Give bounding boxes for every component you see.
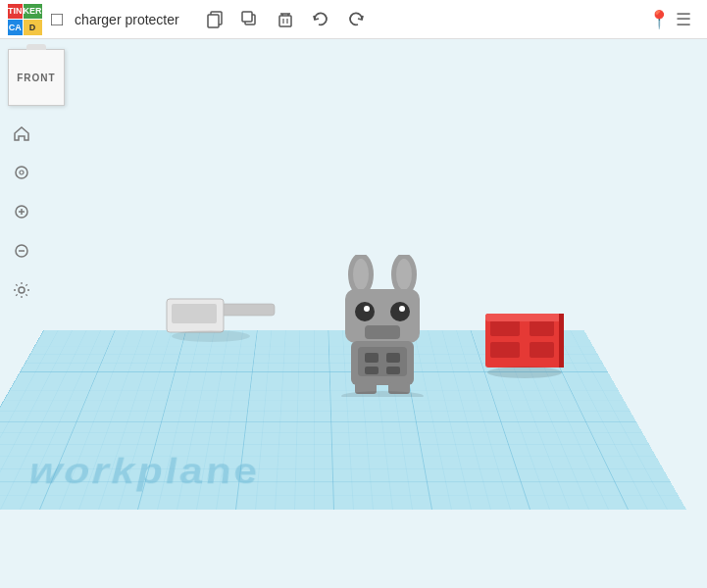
header: TIN KER CA D □ charger protecter: [0, 0, 707, 39]
svg-rect-3: [242, 12, 252, 22]
sidebar: FRONT: [0, 39, 43, 588]
project-title[interactable]: charger protecter: [75, 12, 179, 27]
svg-rect-4: [279, 16, 291, 26]
view-cube-label: FRONT: [17, 73, 55, 83]
svg-point-18: [348, 255, 374, 296]
svg-rect-16: [172, 304, 217, 323]
copy-button[interactable]: [199, 4, 230, 35]
svg-rect-1: [208, 15, 219, 27]
svg-point-26: [399, 306, 405, 312]
svg-point-23: [355, 302, 375, 321]
svg-point-25: [364, 306, 370, 312]
logo-tin: TIN: [8, 4, 23, 20]
view-cube[interactable]: FRONT: [8, 49, 65, 106]
delete-button[interactable]: [270, 4, 301, 35]
zoom-fit-button[interactable]: [6, 157, 37, 188]
menu-icon[interactable]: ☰: [676, 9, 691, 30]
svg-point-24: [390, 302, 410, 321]
toolbar: [199, 4, 372, 35]
view-cube-notch: [26, 44, 46, 50]
undo-button[interactable]: [305, 4, 336, 35]
settings-button[interactable]: [6, 274, 37, 306]
viewport[interactable]: workplane: [0, 39, 707, 588]
svg-rect-15: [167, 299, 224, 332]
zoom-out-button[interactable]: [6, 235, 37, 267]
svg-point-19: [391, 255, 417, 296]
svg-point-45: [16, 167, 27, 178]
home-button[interactable]: [6, 118, 37, 149]
svg-point-20: [353, 259, 369, 290]
redo-button[interactable]: [340, 4, 372, 35]
svg-point-52: [19, 287, 25, 293]
logo-ca: CA: [8, 20, 23, 35]
duplicate-button[interactable]: [234, 4, 266, 35]
right-header-icons: 📍 ☰: [648, 9, 699, 30]
logo-ker: KER: [24, 4, 42, 20]
logo-d: D: [24, 20, 42, 35]
tinkercad-logo[interactable]: TIN KER CA D: [8, 4, 39, 35]
svg-rect-11: [0, 330, 686, 510]
workplane: [0, 330, 686, 510]
svg-point-46: [20, 171, 24, 174]
svg-rect-13: [221, 304, 275, 316]
svg-point-21: [396, 259, 412, 290]
location-icon[interactable]: 📍: [648, 9, 670, 30]
svg-rect-14: [167, 299, 224, 332]
zoom-in-button[interactable]: [6, 196, 37, 227]
svg-rect-42: [485, 314, 564, 321]
svg-rect-12: [221, 304, 275, 316]
app-icon: □: [51, 8, 63, 30]
